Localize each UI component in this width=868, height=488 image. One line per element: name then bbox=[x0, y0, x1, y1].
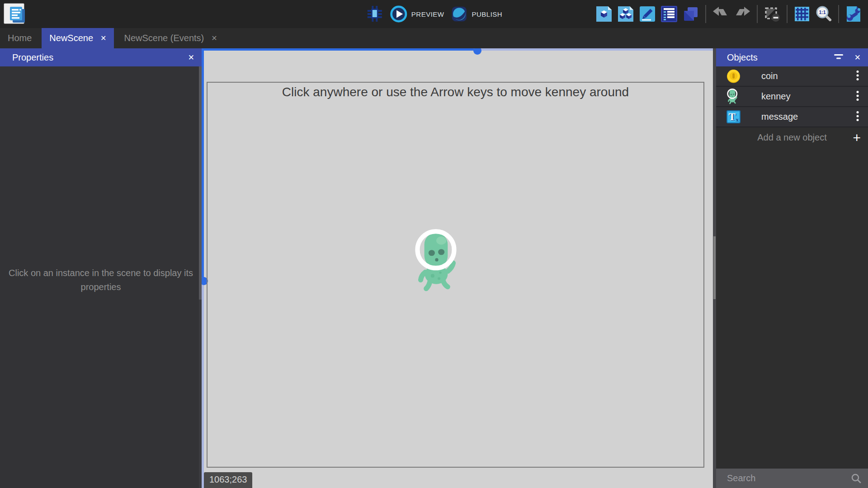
open-layers-button[interactable] bbox=[682, 5, 700, 23]
kenney-instance[interactable] bbox=[411, 227, 462, 296]
toolbar-center-group: PREVIEW PUBLISH bbox=[366, 0, 502, 28]
object-row-coin[interactable]: coin bbox=[716, 66, 868, 87]
toolbar-separator bbox=[757, 5, 758, 23]
debug-button[interactable] bbox=[366, 5, 384, 23]
tab-newscene[interactable]: NewScene ✕ bbox=[42, 28, 114, 48]
tab-close-icon[interactable]: ✕ bbox=[211, 35, 217, 42]
object-name: kenney bbox=[761, 91, 791, 102]
svg-text:x: x bbox=[736, 116, 739, 123]
editor-tabbar: Home NewScene ✕ NewScene (Events) ✕ bbox=[0, 28, 868, 48]
scene-instruction-text: Click anywhere or use the Arrow keys to … bbox=[208, 85, 703, 99]
svg-text:T: T bbox=[729, 111, 736, 122]
wrench-icon bbox=[844, 5, 863, 23]
layers-icon bbox=[682, 5, 700, 23]
edit-object-groups-button[interactable] bbox=[617, 5, 635, 23]
object-group-icon bbox=[617, 5, 635, 23]
preview-button[interactable]: PREVIEW bbox=[390, 5, 444, 23]
undo-icon bbox=[712, 5, 730, 23]
edit-object-button[interactable] bbox=[595, 5, 613, 23]
toolbar-right-group: 1:1 bbox=[595, 0, 863, 28]
preview-label: PREVIEW bbox=[411, 10, 444, 18]
tab-label: NewScene bbox=[49, 33, 93, 43]
properties-empty-message: Click on an instance in the scene to dis… bbox=[8, 266, 193, 294]
plus-icon: + bbox=[853, 131, 861, 145]
tab-close-icon[interactable]: ✕ bbox=[100, 35, 106, 42]
object-name: message bbox=[761, 112, 798, 122]
events-list-icon bbox=[660, 5, 678, 23]
canvas-right-scrollbar-thumb[interactable] bbox=[713, 236, 716, 299]
objects-panel-header: Objects ✕ bbox=[716, 48, 868, 66]
open-events-button[interactable] bbox=[660, 5, 678, 23]
toggle-grid-button[interactable] bbox=[793, 5, 811, 23]
main-toolbar: PREVIEW PUBLISH bbox=[0, 0, 868, 28]
objects-title: Objects bbox=[727, 52, 758, 63]
tab-home[interactable]: Home bbox=[0, 28, 39, 48]
canvas-right-scrollbar[interactable] bbox=[713, 48, 716, 488]
kenney-icon bbox=[726, 88, 739, 105]
main-area: Properties ✕ Click on an instance in the… bbox=[0, 48, 868, 488]
vertical-scrollbar-track-top[interactable] bbox=[202, 51, 204, 277]
properties-title: Properties bbox=[12, 52, 53, 63]
edit-scene-button[interactable] bbox=[638, 5, 656, 23]
close-icon[interactable]: ✕ bbox=[854, 53, 861, 62]
vertical-dots-icon bbox=[856, 111, 859, 122]
coin-icon bbox=[726, 69, 741, 84]
filter-button[interactable] bbox=[834, 54, 844, 61]
add-new-object-button[interactable]: Add a new object + bbox=[716, 127, 868, 148]
search-icon bbox=[851, 473, 862, 484]
vertical-scrollbar-track-bottom[interactable] bbox=[202, 285, 204, 488]
zoom-original-button[interactable]: 1:1 bbox=[815, 5, 833, 23]
bug-icon bbox=[366, 5, 384, 23]
publish-label: PUBLISH bbox=[472, 10, 502, 18]
project-manager-button[interactable] bbox=[4, 3, 24, 24]
undo-button[interactable] bbox=[712, 5, 730, 23]
horizontal-scrollbar-track-right[interactable] bbox=[481, 48, 713, 51]
objects-panel: Objects ✕ coin bbox=[716, 48, 868, 488]
tab-label: Home bbox=[8, 33, 32, 43]
vertical-dots-icon bbox=[856, 70, 859, 81]
add-new-object-label: Add a new object bbox=[757, 132, 826, 143]
text-object-icon: T T x bbox=[726, 109, 741, 124]
project-settings-button[interactable] bbox=[844, 5, 863, 23]
object-row-message[interactable]: T T x message bbox=[716, 107, 868, 127]
object-icon bbox=[595, 5, 613, 23]
grid-icon bbox=[793, 5, 811, 23]
gdevelop-logo-icon bbox=[7, 5, 28, 25]
object-menu-button[interactable] bbox=[855, 110, 860, 124]
horizontal-scrollbar-track-left[interactable] bbox=[202, 48, 474, 51]
redo-button[interactable] bbox=[733, 5, 751, 23]
objects-search-input[interactable] bbox=[726, 473, 851, 484]
object-row-kenney[interactable]: kenney bbox=[716, 87, 868, 107]
objects-panel-empty-space bbox=[716, 148, 868, 469]
globe-icon bbox=[450, 5, 467, 23]
toolbar-separator bbox=[705, 5, 706, 23]
tab-label: NewScene (Events) bbox=[124, 33, 204, 43]
close-icon[interactable]: ✕ bbox=[188, 53, 194, 62]
object-name: coin bbox=[761, 71, 778, 81]
deselect-all-button[interactable] bbox=[763, 5, 781, 23]
svg-text:1:1: 1:1 bbox=[819, 9, 826, 15]
properties-panel: Properties ✕ Click on an instance in the… bbox=[0, 48, 202, 488]
cursor-coordinates-badge: 1063;263 bbox=[204, 472, 252, 488]
pencil-icon bbox=[638, 5, 656, 23]
vertical-dots-icon bbox=[856, 90, 859, 101]
object-menu-button[interactable] bbox=[855, 69, 860, 83]
deselect-icon bbox=[763, 5, 781, 23]
toolbar-separator bbox=[787, 5, 788, 23]
properties-panel-header: Properties ✕ bbox=[0, 48, 202, 66]
tab-newscene-events[interactable]: NewScene (Events) ✕ bbox=[116, 28, 225, 48]
scene-editor-canvas[interactable]: Click anywhere or use the Arrow keys to … bbox=[202, 48, 716, 488]
filter-icon bbox=[834, 54, 844, 60]
redo-icon bbox=[733, 5, 751, 23]
horizontal-scrollbar-handle[interactable] bbox=[473, 48, 481, 55]
play-circle-icon bbox=[390, 5, 407, 23]
object-menu-button[interactable] bbox=[855, 89, 860, 103]
zoom-1-1-icon: 1:1 bbox=[815, 5, 833, 23]
publish-button[interactable]: PUBLISH bbox=[450, 5, 502, 23]
objects-search-bar bbox=[716, 469, 868, 488]
toolbar-separator bbox=[838, 5, 839, 23]
